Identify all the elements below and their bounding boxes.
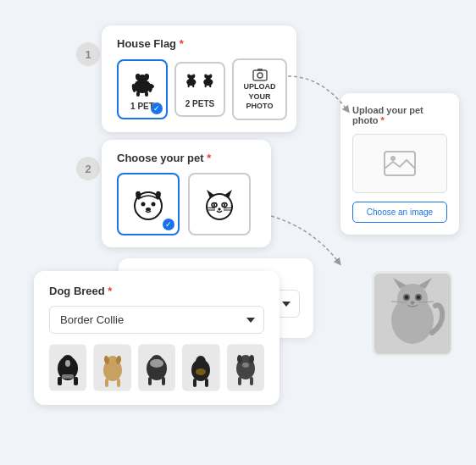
step2-card: Choose your pet * ✓ xyxy=(102,140,271,247)
image-placeholder-icon xyxy=(383,150,417,177)
upload-image-area[interactable] xyxy=(352,134,447,193)
dog-breed-title: Dog Breed * xyxy=(49,285,264,297)
one-pet-check: ✓ xyxy=(151,102,163,114)
svg-point-60 xyxy=(150,359,163,368)
one-pet-option[interactable]: 1 PET ✓ xyxy=(117,59,168,119)
cat-type-option[interactable] xyxy=(188,173,251,235)
step2-title: Choose your pet * xyxy=(117,152,256,164)
cat-face-icon xyxy=(198,183,241,225)
upload-photo-option[interactable]: UPLOADYOURPHOTO xyxy=(232,58,287,120)
step1-number: 1 xyxy=(76,42,100,66)
svg-point-29 xyxy=(146,208,151,211)
svg-rect-73 xyxy=(250,377,253,385)
dog-breed-dropdown[interactable]: Border Collie Labrador Poodle German She… xyxy=(49,306,264,334)
svg-point-27 xyxy=(141,202,146,207)
svg-rect-21 xyxy=(253,70,267,80)
breed-thumb-4[interactable] xyxy=(182,344,219,391)
svg-rect-23 xyxy=(257,69,263,71)
svg-rect-45 xyxy=(74,377,78,385)
svg-point-63 xyxy=(196,356,206,368)
svg-point-28 xyxy=(152,202,156,207)
svg-rect-65 xyxy=(205,379,208,387)
dog-type-option[interactable]: ✓ xyxy=(117,173,180,235)
upload-icon xyxy=(252,67,268,82)
svg-point-33 xyxy=(213,203,215,207)
step2-required-star: * xyxy=(207,152,211,164)
choose-image-button[interactable]: Choose an image xyxy=(352,202,447,223)
svg-rect-13 xyxy=(188,85,190,88)
step1-card: House Flag * 1 PET ✓ xyxy=(102,25,296,132)
svg-point-22 xyxy=(257,73,263,78)
step2-number: 2 xyxy=(76,157,100,180)
breed-thumb-1[interactable] xyxy=(49,344,86,391)
svg-point-82 xyxy=(405,296,408,299)
breed-thumb-2[interactable] xyxy=(93,344,130,391)
svg-rect-72 xyxy=(238,377,241,385)
svg-rect-19 xyxy=(205,85,207,88)
breed-thumb-5[interactable] xyxy=(227,344,264,391)
dog-thumb-icon-3 xyxy=(138,345,175,390)
cat-photo-placeholder xyxy=(374,274,451,354)
upload-panel: Upload your pet photo * Choose an image xyxy=(340,93,459,235)
dog-thumb-icon-4 xyxy=(182,345,219,390)
svg-rect-4 xyxy=(136,91,140,97)
svg-point-46 xyxy=(65,360,70,367)
svg-rect-14 xyxy=(192,85,194,88)
breed-thumb-3[interactable] xyxy=(138,344,175,391)
svg-point-77 xyxy=(397,284,428,314)
svg-rect-54 xyxy=(117,379,120,387)
dog-face-icon xyxy=(127,183,169,225)
dog-thumb-icon-5 xyxy=(227,345,264,390)
svg-rect-53 xyxy=(105,379,108,387)
cat-image-area xyxy=(372,271,452,356)
two-pets-label: 2 PETS xyxy=(185,99,214,108)
svg-point-8 xyxy=(146,84,154,89)
svg-point-34 xyxy=(224,203,225,207)
breed-thumbnails xyxy=(49,344,264,391)
svg-point-25 xyxy=(390,156,396,161)
svg-rect-58 xyxy=(148,377,152,385)
step1-options: 1 PET ✓ xyxy=(117,58,281,120)
upload-option-text: UPLOADYOURPHOTO xyxy=(244,82,276,112)
svg-rect-5 xyxy=(145,91,148,97)
svg-rect-64 xyxy=(193,379,196,387)
dog-thumb-icon-2 xyxy=(94,345,131,390)
svg-rect-59 xyxy=(162,377,165,385)
svg-rect-20 xyxy=(209,85,211,88)
dog-type-check: ✓ xyxy=(163,219,174,230)
step1-title: House Flag * xyxy=(117,37,281,50)
upload-panel-title: Upload your pet photo * xyxy=(352,105,447,125)
pet-type-options: ✓ xyxy=(117,173,256,235)
svg-point-83 xyxy=(417,296,420,299)
dog-breed-card: Dog Breed * Border Collie Labrador Poodl… xyxy=(34,271,280,405)
two-dogs-icon xyxy=(183,70,217,96)
two-pets-option[interactable]: 2 PETS xyxy=(174,62,225,117)
svg-rect-44 xyxy=(58,377,62,385)
required-star: * xyxy=(180,37,184,50)
svg-point-66 xyxy=(196,368,206,375)
svg-point-74 xyxy=(242,363,249,368)
svg-rect-47 xyxy=(62,374,74,379)
dog-thumb-icon-1 xyxy=(49,345,86,390)
one-dog-icon xyxy=(127,68,158,98)
